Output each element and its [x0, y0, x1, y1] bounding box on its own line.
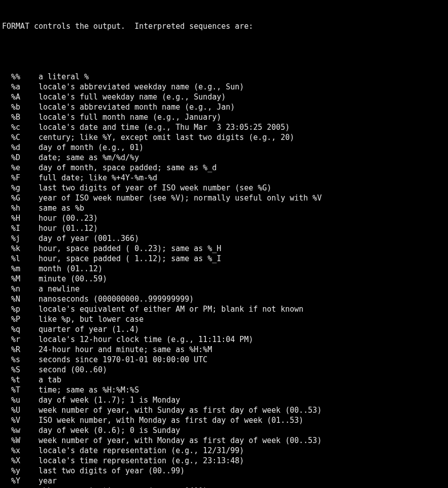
format-spec-desc: day of month (e.g., 01) [38, 143, 144, 152]
format-spec-line: %x locale's date representation (e.g., 1… [2, 446, 446, 456]
format-spec-desc: like %p, but lower case [38, 315, 144, 324]
format-header-line: FORMAT controls the output. Interpreted … [2, 21, 446, 31]
man-page-terminal[interactable]: FORMAT controls the output. Interpreted … [0, 0, 448, 488]
format-spec-desc: second (00..60) [38, 365, 107, 374]
format-spec-line: %c locale's date and time (e.g., Thu Mar… [2, 122, 446, 132]
format-spec-desc: a newline [38, 284, 79, 294]
format-spec-desc: day of year (001..366) [38, 234, 139, 243]
format-spec-line: %P like %p, but lower case [2, 314, 446, 324]
format-spec-line: %m month (01..12) [2, 264, 446, 274]
format-spec-list: %% a literal % %a locale's abbreviated w… [2, 72, 446, 488]
format-spec-line: %p locale's equivalent of either AM or P… [2, 304, 446, 314]
format-spec-code: %U [11, 406, 38, 415]
format-spec-code: %Y [11, 476, 38, 485]
format-spec-code: %D [11, 153, 38, 162]
format-spec-code: %k [11, 244, 38, 253]
format-spec-code: %g [11, 183, 38, 192]
format-spec-line: %Y year [2, 476, 446, 486]
format-spec-line: %W week number of year, with Monday as f… [2, 435, 446, 446]
format-spec-code: %s [11, 355, 38, 364]
format-spec-code: %m [11, 264, 38, 273]
format-spec-code: %y [11, 466, 38, 475]
format-spec-code: %X [11, 456, 38, 465]
format-spec-line: %M minute (00..59) [2, 274, 446, 284]
format-spec-desc: locale's equivalent of either AM or PM; … [38, 305, 303, 314]
format-spec-line: %s seconds since 1970-01-01 00:00:00 UTC [2, 355, 446, 365]
format-spec-desc: full date; like %+4Y-%m-%d [38, 173, 157, 182]
format-spec-desc: week number of year, with Sunday as firs… [38, 406, 322, 415]
format-spec-code: %n [11, 284, 38, 294]
format-spec-code: %p [11, 305, 38, 314]
format-spec-line: %k hour, space padded ( 0..23); same as … [2, 243, 446, 254]
format-spec-line: %h same as %b [2, 203, 446, 213]
format-spec-line: %R 24-hour hour and minute; same as %H:%… [2, 345, 446, 355]
format-spec-line: %C century; like %Y, except omit last tw… [2, 132, 446, 142]
format-spec-code: %G [11, 193, 38, 203]
format-spec-line: %S second (00..60) [2, 365, 446, 375]
format-spec-code: %% [11, 72, 38, 81]
format-spec-line: %D date; same as %m/%d/%y [2, 153, 446, 163]
format-spec-desc: minute (00..59) [38, 274, 107, 283]
format-spec-code: %F [11, 173, 38, 182]
format-spec-line: %e day of month, space padded; same as %… [2, 163, 446, 173]
format-spec-line: %X locale's time representation (e.g., 2… [2, 456, 446, 466]
format-spec-desc: date; same as %m/%d/%y [38, 153, 139, 162]
format-spec-code: %h [11, 204, 38, 213]
format-spec-code: %b [11, 103, 38, 112]
format-spec-line: %b locale's abbreviated month name (e.g.… [2, 102, 446, 112]
format-spec-desc: week number of year, with Monday as firs… [38, 436, 322, 445]
format-spec-code: %t [11, 375, 38, 384]
format-spec-line: %q quarter of year (1..4) [2, 324, 446, 334]
format-spec-line: %r locale's 12-hour clock time (e.g., 11… [2, 334, 446, 345]
format-spec-line: %G year of ISO week number (see %V); nor… [2, 193, 446, 203]
format-spec-code: %u [11, 396, 38, 405]
format-spec-desc: century; like %Y, except omit last two d… [38, 133, 294, 142]
format-spec-code: %j [11, 234, 38, 243]
format-spec-line: %w day of week (0..6); 0 is Sunday [2, 425, 446, 435]
format-spec-code: %R [11, 345, 38, 354]
format-spec-line: %j day of year (001..366) [2, 233, 446, 243]
format-spec-desc: nanoseconds (000000000..999999999) [38, 295, 194, 304]
format-spec-code: %c [11, 123, 38, 132]
format-spec-desc: seconds since 1970-01-01 00:00:00 UTC [38, 355, 207, 364]
format-spec-code: %x [11, 446, 38, 455]
format-spec-desc: 24-hour hour and minute; same as %H:%M [38, 345, 212, 354]
format-spec-line: %A locale's full weekday name (e.g., Sun… [2, 92, 446, 102]
format-spec-line: %U week number of year, with Sunday as f… [2, 405, 446, 415]
format-spec-code: %d [11, 143, 38, 152]
format-spec-desc: a tab [38, 375, 61, 384]
format-spec-code: %P [11, 315, 38, 324]
format-spec-code: %q [11, 325, 38, 334]
format-spec-line: %I hour (01..12) [2, 223, 446, 233]
format-spec-desc: day of week (0..6); 0 is Sunday [38, 426, 180, 435]
format-spec-line: %g last two digits of year of ISO week n… [2, 183, 446, 193]
format-spec-code: %N [11, 295, 38, 304]
format-spec-line: %a locale's abbreviated weekday name (e.… [2, 82, 446, 92]
format-spec-line: %B locale's full month name (e.g., Janua… [2, 112, 446, 122]
format-spec-desc: year [38, 476, 57, 485]
format-spec-line: %y last two digits of year (00..99) [2, 466, 446, 476]
format-spec-line: %d day of month (e.g., 01) [2, 142, 446, 153]
format-spec-code: %A [11, 92, 38, 102]
format-spec-code: %H [11, 214, 38, 223]
format-spec-desc: ISO week number, with Monday as first da… [38, 416, 303, 425]
format-spec-line: %V ISO week number, with Monday as first… [2, 415, 446, 425]
format-spec-desc: day of week (1..7); 1 is Monday [38, 396, 180, 405]
format-spec-code: %C [11, 133, 38, 142]
format-spec-code: %V [11, 416, 38, 425]
format-spec-desc: last two digits of year of ISO week numb… [38, 183, 272, 192]
format-spec-code: %a [11, 82, 38, 91]
format-spec-code: %l [11, 254, 38, 263]
format-spec-desc: locale's abbreviated weekday name (e.g.,… [38, 82, 244, 91]
format-spec-desc: time; same as %H:%M:%S [38, 385, 139, 395]
format-spec-line: %t a tab [2, 375, 446, 385]
format-spec-line: %F full date; like %+4Y-%m-%d [2, 173, 446, 183]
format-spec-desc: locale's date representation (e.g., 12/3… [38, 446, 244, 455]
format-spec-code: %S [11, 365, 38, 374]
format-spec-desc: same as %b [38, 204, 84, 213]
format-spec-code: %w [11, 426, 38, 435]
format-spec-line: %n a newline [2, 284, 446, 294]
format-spec-desc: month (01..12) [38, 264, 102, 273]
format-spec-desc: hour (00..23) [38, 214, 98, 223]
format-spec-desc: hour, space padded ( 0..23); same as %_H [38, 244, 221, 253]
